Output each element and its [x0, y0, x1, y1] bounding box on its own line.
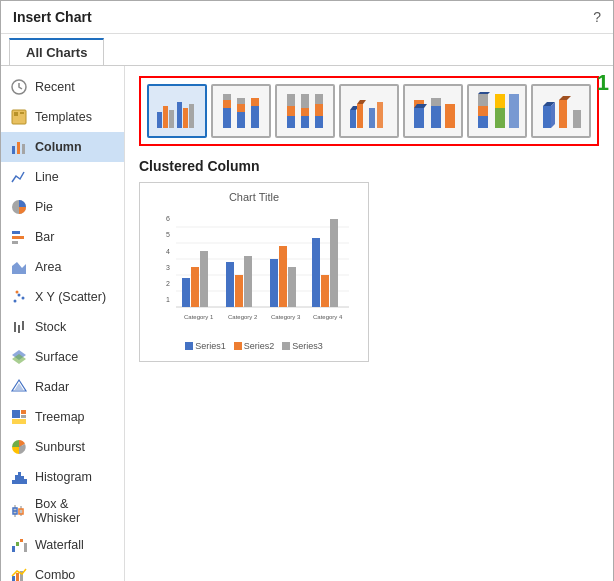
- svg-rect-66: [315, 94, 323, 104]
- legend-series2-label: Series2: [244, 341, 275, 351]
- chart-svg: 6 5 4 3 2 1: [154, 207, 354, 337]
- sidebar-item-area[interactable]: Area: [1, 252, 124, 282]
- svg-rect-54: [237, 112, 245, 128]
- svg-rect-70: [357, 104, 363, 128]
- combo-icon: [9, 565, 29, 581]
- chart-type-clustered[interactable]: [147, 84, 207, 138]
- svg-rect-24: [21, 410, 26, 414]
- area-icon: [9, 257, 29, 277]
- sidebar-item-line[interactable]: Line: [1, 162, 124, 192]
- sidebar-label-line: Line: [35, 170, 59, 184]
- tabs-bar: All Charts: [1, 34, 613, 66]
- svg-rect-49: [183, 108, 188, 128]
- svg-rect-39: [16, 542, 19, 546]
- svg-point-12: [14, 300, 17, 303]
- sidebar-label-stock: Stock: [35, 320, 66, 334]
- chart-types-row: [139, 76, 599, 146]
- svg-rect-10: [12, 241, 18, 244]
- svg-rect-28: [12, 480, 15, 484]
- svg-rect-42: [12, 576, 15, 581]
- column-icon: [9, 137, 29, 157]
- svg-rect-6: [22, 144, 25, 154]
- sidebar-item-recent[interactable]: Recent: [1, 72, 124, 102]
- sidebar-item-waterfall[interactable]: Waterfall: [1, 530, 124, 560]
- svg-rect-55: [237, 104, 245, 112]
- svg-rect-77: [431, 106, 441, 128]
- svg-rect-4: [12, 146, 15, 154]
- legend-series2: Series2: [234, 341, 275, 351]
- chart-type-stacked[interactable]: [211, 84, 271, 138]
- svg-rect-85: [495, 94, 505, 108]
- sidebar-item-treemap[interactable]: Treemap: [1, 402, 124, 432]
- svg-text:4: 4: [166, 248, 170, 255]
- sidebar-item-histogram[interactable]: Histogram: [1, 462, 124, 492]
- bar-icon: [9, 227, 29, 247]
- sidebar-item-column[interactable]: Column: [1, 132, 124, 162]
- svg-rect-115: [312, 238, 320, 307]
- dialog-body: Recent Templates Column: [1, 66, 613, 581]
- dialog-title: Insert Chart: [13, 9, 92, 25]
- svg-rect-81: [478, 94, 488, 106]
- svg-text:5: 5: [166, 231, 170, 238]
- sidebar-item-pie[interactable]: Pie: [1, 192, 124, 222]
- svg-rect-74: [414, 108, 424, 128]
- svg-rect-111: [244, 256, 252, 307]
- svg-rect-43: [16, 573, 19, 581]
- svg-rect-57: [251, 106, 259, 128]
- svg-rect-5: [17, 142, 20, 154]
- svg-rect-112: [270, 259, 278, 307]
- line-icon: [9, 167, 29, 187]
- svg-text:Category 3: Category 3: [271, 314, 301, 320]
- svg-rect-25: [21, 415, 26, 418]
- svg-rect-2: [14, 112, 18, 116]
- pie-icon: [9, 197, 29, 217]
- svg-rect-61: [287, 106, 295, 116]
- selected-chart-label: Clustered Column: [139, 158, 599, 174]
- chart-legend: Series1 Series2 Series3: [185, 341, 323, 351]
- chart-type-3d-stacked100[interactable]: [467, 84, 527, 138]
- sidebar-item-templates[interactable]: Templates: [1, 102, 124, 132]
- sidebar-label-sunburst: Sunburst: [35, 440, 85, 454]
- sidebar-label-pie: Pie: [35, 200, 53, 214]
- sidebar-label-scatter: X Y (Scatter): [35, 290, 106, 304]
- step1-badge: 1: [597, 70, 609, 96]
- sidebar-item-sunburst[interactable]: Sunburst: [1, 432, 124, 462]
- sidebar-label-bar: Bar: [35, 230, 54, 244]
- sidebar-item-scatter[interactable]: X Y (Scatter): [1, 282, 124, 312]
- chart-type-3d-column[interactable]: [531, 84, 591, 138]
- svg-rect-64: [301, 108, 309, 116]
- sidebar-item-combo[interactable]: Combo: [1, 560, 124, 581]
- recent-icon: [9, 77, 29, 97]
- sidebar-item-box-whisker[interactable]: Box & Whisker: [1, 492, 124, 530]
- sidebar-label-templates: Templates: [35, 110, 92, 124]
- sidebar-item-bar[interactable]: Bar: [1, 222, 124, 252]
- svg-rect-86: [509, 94, 519, 128]
- svg-rect-60: [287, 94, 295, 106]
- sidebar-item-radar[interactable]: Radar: [1, 372, 124, 402]
- chart-preview: Chart Title 6 5 4 3 2 1: [139, 182, 369, 362]
- tab-all-charts[interactable]: All Charts: [9, 38, 104, 65]
- legend-series3: Series3: [282, 341, 323, 351]
- chart-type-3d-stacked[interactable]: [403, 84, 463, 138]
- svg-rect-113: [279, 246, 287, 307]
- svg-rect-23: [12, 410, 20, 418]
- chart-type-3d-clustered[interactable]: [339, 84, 399, 138]
- svg-rect-78: [431, 98, 441, 106]
- sidebar: Recent Templates Column: [1, 66, 125, 581]
- templates-icon: [9, 107, 29, 127]
- sidebar-item-surface[interactable]: Surface: [1, 342, 124, 372]
- scatter-icon: [9, 287, 29, 307]
- svg-rect-50: [189, 104, 194, 128]
- help-button[interactable]: ?: [593, 9, 601, 25]
- svg-rect-90: [559, 100, 567, 128]
- chart-type-stacked100[interactable]: [275, 84, 335, 138]
- svg-rect-63: [301, 94, 309, 108]
- svg-text:Category 2: Category 2: [228, 314, 258, 320]
- sidebar-item-stock[interactable]: Stock: [1, 312, 124, 342]
- svg-point-14: [22, 297, 25, 300]
- legend-series1: Series1: [185, 341, 226, 351]
- svg-rect-46: [163, 106, 168, 128]
- box-whisker-icon: [9, 501, 29, 521]
- svg-rect-117: [330, 219, 338, 307]
- svg-rect-79: [445, 104, 455, 128]
